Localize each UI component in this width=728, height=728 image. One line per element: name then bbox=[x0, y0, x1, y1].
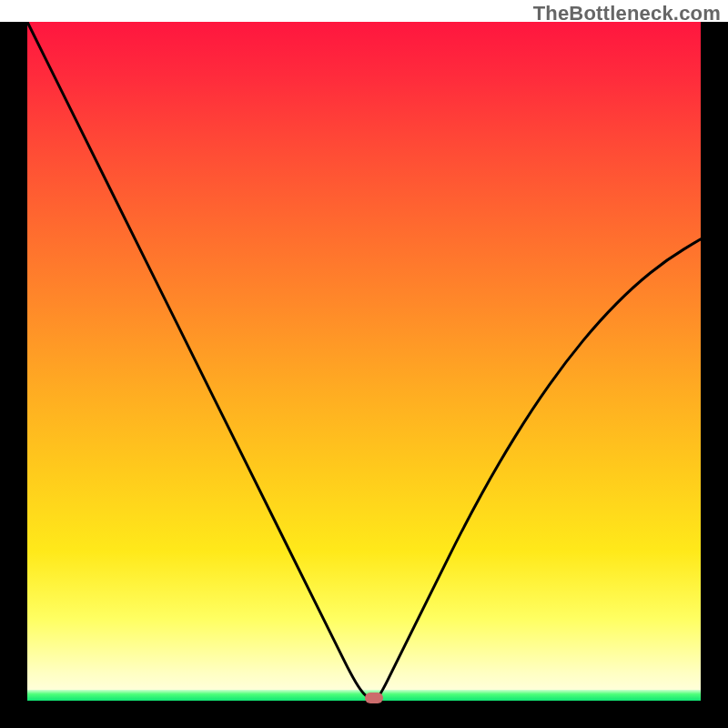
chart-frame: TheBottleneck.com bbox=[0, 0, 728, 728]
bottleneck-curve bbox=[27, 22, 701, 701]
plot-area bbox=[27, 22, 701, 701]
bottleneck-curve-svg bbox=[27, 22, 701, 701]
optimal-point-marker bbox=[365, 693, 383, 703]
plot-outer-border bbox=[0, 22, 728, 728]
